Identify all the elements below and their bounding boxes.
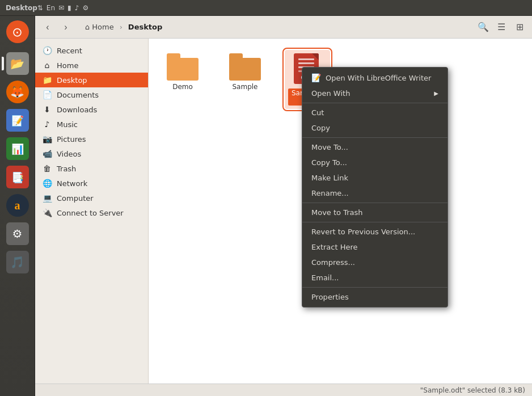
language-indicator: En [47,4,55,12]
search-icon: 🔍 [478,22,489,32]
launcher-settings-button[interactable]: ⚙ [4,220,31,247]
system-settings-launcher-icon: ⚙ [12,227,23,241]
ctx-separator-1 [302,103,447,103]
sidebar-item-videos[interactable]: 📹 Videos [35,146,148,161]
sidebar-item-pictures[interactable]: 📷 Pictures [35,132,148,146]
ctx-move-to[interactable]: Move To... [302,140,447,155]
mail-icon: ✉ [58,4,64,12]
context-menu: 📝 Open With LibreOffice Writer Open With… [302,67,448,307]
ctx-revert[interactable]: Revert to Previous Version... [302,224,447,239]
ctx-writer-icon: 📝 [311,73,321,82]
launcher-files-button[interactable]: 📂 [4,50,31,77]
statusbar-text: "Sample.odt" selected (8.3 kB) [420,386,525,394]
breadcrumb-home[interactable]: ⌂ Home [81,21,119,33]
titlebar: Desktop ⇅ En ✉ ▮ ♪ ⚙ [0,0,532,16]
launcher-firefox-button[interactable]: 🦊 [4,78,31,106]
file-manager: ‹ › ⌂ Home › Desktop 🔍 ☰ [35,16,532,396]
ctx-rename[interactable]: Rename... [302,186,447,201]
breadcrumb: ⌂ Home › Desktop [81,21,468,33]
ctx-open-writer[interactable]: 📝 Open With LibreOffice Writer [302,70,447,86]
system-tray: ⇅ En ✉ ▮ ♪ ⚙ [37,4,88,12]
lo-calc-launcher-icon: 📊 [11,143,24,155]
videos-icon: 📹 [42,149,52,158]
vlc-launcher-icon: 🎵 [10,255,24,269]
file-sample-label: Sample [233,83,258,91]
files-launcher-icon: 📂 [10,57,24,70]
ctx-compress[interactable]: Compress... [302,255,447,270]
back-icon: ‹ [46,22,49,32]
ubuntu-logo-icon: ⊙ [12,25,22,39]
sidebar-item-home[interactable]: ⌂ Home [35,58,148,73]
recent-icon: 🕐 [42,46,52,55]
toolbar-right: 🔍 ☰ ⊞ [475,19,527,35]
launcher-vlc-button[interactable]: 🎵 [4,248,31,276]
sidebar-item-computer[interactable]: 💻 Computer [35,191,148,205]
trash-icon: 🗑 [42,164,52,173]
content-area: 🕐 Recent ⌂ Home 📁 Desktop 📄 Documents ⬇ [35,39,532,384]
connect-server-icon: 🔌 [42,208,52,217]
transfer-icon: ⇅ [37,4,43,12]
launcher-ubuntu-button[interactable]: ⊙ [4,18,31,45]
ctx-extract[interactable]: Extract Here [302,239,447,255]
ctx-email[interactable]: Email... [302,270,447,285]
lo-writer-launcher-icon: 📝 [11,115,24,127]
back-button[interactable]: ‹ [40,19,56,35]
file-item-demo[interactable]: Demo [160,50,205,94]
launcher: ⊙ 📂 🦊 📝 📊 � [0,16,35,396]
ctx-separator-3 [302,203,447,203]
file-demo-label: Demo [172,83,193,91]
sidebar-item-trash[interactable]: 🗑 Trash [35,161,148,176]
amazon-launcher-icon: a [15,199,20,212]
sidebar-item-recent[interactable]: 🕐 Recent [35,43,148,58]
ctx-separator-2 [302,137,447,138]
launcher-lo-writer-button[interactable]: 📝 [4,107,31,134]
computer-icon: 💻 [42,193,52,203]
ctx-separator-5 [302,287,447,288]
breadcrumb-desktop[interactable]: Desktop [124,21,167,33]
titlebar-title: Desktop [6,4,37,12]
sidebar-item-downloads[interactable]: ⬇ Downloads [35,102,148,117]
forward-button[interactable]: › [58,19,74,35]
sidebar-item-connect[interactable]: 🔌 Connect to Server [35,205,148,220]
volume-icon: ♪ [75,4,79,12]
search-button[interactable]: 🔍 [475,19,491,35]
grid-view-button[interactable]: ⊞ [512,19,527,35]
sidebar-item-music[interactable]: ♪ Music [35,117,148,132]
sidebar-item-network[interactable]: 🌐 Network [35,176,148,191]
launcher-lo-impress-button[interactable]: 📑 [4,163,31,191]
list-view-icon: ☰ [497,22,505,32]
lo-impress-launcher-icon: 📑 [11,171,24,183]
ctx-open-with[interactable]: Open With ▶ [302,86,447,101]
ctx-make-link[interactable]: Make Link [302,170,447,186]
ctx-cut[interactable]: Cut [302,105,447,120]
home-sidebar-icon: ⌂ [42,61,52,70]
statusbar: "Sample.odt" selected (8.3 kB) [35,384,532,396]
grid-view-icon: ⊞ [516,22,523,32]
desktop-icon: 📁 [42,75,52,85]
list-view-button[interactable]: ☰ [493,19,509,35]
file-item-sample[interactable]: Sample [222,50,268,94]
ctx-copy[interactable]: Copy [302,120,447,136]
files-area[interactable]: Demo Sample [149,39,532,384]
forward-icon: › [64,22,67,32]
main-container: ⊙ 📂 🦊 📝 📊 � [0,16,532,396]
ctx-properties[interactable]: Properties [302,289,447,305]
folder-demo-icon [167,53,199,81]
documents-icon: 📄 [42,90,52,99]
home-icon: ⌂ [85,23,90,31]
sidebar-item-documents[interactable]: 📄 Documents [35,87,148,102]
ctx-separator-4 [302,222,447,222]
folder-sample-icon [229,53,261,81]
toolbar: ‹ › ⌂ Home › Desktop 🔍 ☰ [35,16,532,39]
settings-tray-icon: ⚙ [82,4,88,12]
sidebar-item-desktop[interactable]: 📁 Desktop [35,73,148,87]
music-icon: ♪ [42,120,52,129]
submenu-arrow-icon: ▶ [434,90,438,96]
sidebar: 🕐 Recent ⌂ Home 📁 Desktop 📄 Documents ⬇ [35,39,149,384]
battery-icon: ▮ [67,4,71,12]
launcher-lo-calc-button[interactable]: 📊 [4,135,31,162]
downloads-icon: ⬇ [42,105,52,114]
launcher-amazon-button[interactable]: a [4,192,31,219]
ctx-move-trash[interactable]: Move to Trash [302,205,447,220]
ctx-copy-to[interactable]: Copy To... [302,155,447,170]
